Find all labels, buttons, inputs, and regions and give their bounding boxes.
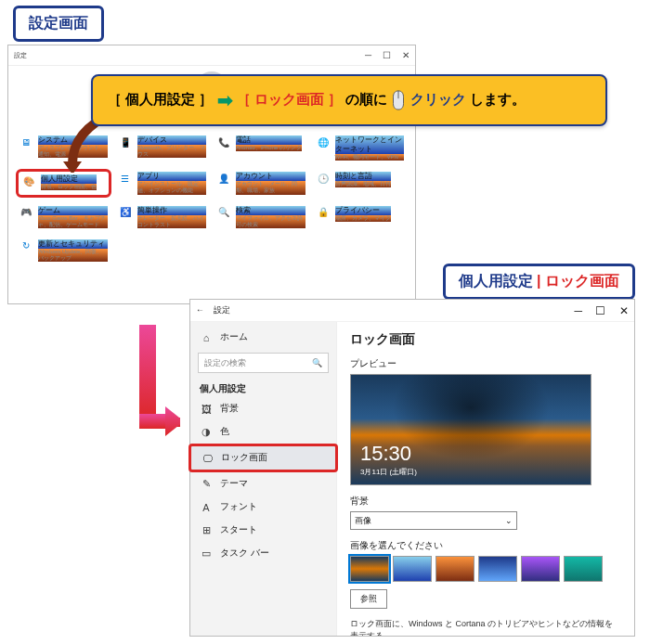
sidebar: ⌂ホーム 設定の検索🔍 個人用設定 🖼背景 ◑色 🖵ロック画面 ✎テーマ Aフォ… <box>190 322 337 636</box>
category-accounts[interactable]: 👤アカウントアカウント、メール、同期、職場、家族 <box>214 169 309 197</box>
category-title: ゲーム <box>38 206 108 215</box>
lock-icon: 🔒 <box>317 206 330 219</box>
titlebar: 設定 ─ ☐ ✕ <box>8 45 415 66</box>
instruction-callout: ［ 個人用設定 ］ ➡ ［ ロック画面 ］ の順に クリック します。 <box>91 74 607 126</box>
search-icon: 🔍 <box>312 358 322 367</box>
callout-fragment: します。 <box>470 91 526 107</box>
maximize-icon[interactable]: ☐ <box>595 304 605 317</box>
category-personalization[interactable]: 🎨個人用設定背景、ロック画面、色 <box>16 169 111 197</box>
font-icon: A <box>200 502 213 513</box>
accessibility-icon: ♿ <box>119 206 132 219</box>
paint-icon: 🎨 <box>22 174 35 187</box>
svg-rect-3 <box>139 325 156 421</box>
category-devices[interactable]: 📱デバイスBluetooth、プリンター、マウス <box>115 133 211 163</box>
callout-fragment: ［ 個人用設定 ］ <box>108 91 213 107</box>
down-arrow-icon <box>139 325 180 436</box>
sidebar-label: 色 <box>220 426 229 438</box>
category-sub: 場所、カメラ、マイク <box>335 215 391 222</box>
category-title: アプリ <box>137 172 207 181</box>
category-sub: Xbox Game Bar、キャプチャ、配信、ゲームモード <box>38 215 108 228</box>
category-update[interactable]: ↻更新とセキュリティWindows Update、回復、バックアップ <box>16 237 111 264</box>
window-title: 設定 <box>14 51 27 60</box>
mouse-icon <box>391 90 406 110</box>
callout-fragment: ［ ロック画面 ］ <box>237 91 342 107</box>
svg-rect-4 <box>139 414 167 429</box>
background-label: 背景 <box>350 495 621 508</box>
category-sub: 背景、ロック画面、色 <box>41 184 97 190</box>
sidebar-item-home[interactable]: ⌂ホーム <box>190 326 336 349</box>
category-apps[interactable]: ☰アプリアンインストール、既定値、オプションの機能 <box>115 169 211 197</box>
arrow-right-icon: ➡ <box>217 90 233 110</box>
sidebar-label: ホーム <box>220 331 248 343</box>
personalization-window: ← 設定 ─ ☐ ✕ ⌂ホーム 設定の検索🔍 個人用設定 🖼背景 ◑色 🖵ロック… <box>189 299 635 637</box>
select-value: 画像 <box>355 515 371 527</box>
sidebar-section-head: 個人用設定 <box>190 377 336 397</box>
search-input[interactable]: 設定の検索🔍 <box>198 353 329 373</box>
image-icon: 🖼 <box>200 404 213 415</box>
sidebar-item-background[interactable]: 🖼背景 <box>190 397 336 420</box>
color-icon: ◑ <box>200 426 213 438</box>
window-controls: ─ ☐ ✕ <box>356 50 410 60</box>
update-icon: ↻ <box>20 239 32 252</box>
thumbnail[interactable] <box>350 556 389 582</box>
page-heading: ロック画面 <box>350 331 621 348</box>
category-privacy[interactable]: 🔒プライバシー場所、カメラ、マイク <box>313 203 409 231</box>
preview-date: 3月11日 (土曜日) <box>360 467 417 477</box>
thumbnail[interactable] <box>521 556 560 582</box>
category-network[interactable]: 🌐ネットワークとインターネットWi-Fi、機内モード、VPN <box>313 133 409 163</box>
phone-icon: 📞 <box>217 135 230 148</box>
svg-marker-5 <box>165 406 180 436</box>
taskbar-icon: ▭ <box>200 547 213 560</box>
category-title: デバイス <box>137 135 207 145</box>
maximize-icon[interactable]: ☐ <box>383 50 391 60</box>
category-title: プライバシー <box>335 206 391 215</box>
tag-part: ロック画面 <box>545 273 619 289</box>
category-title: ネットワークとインターネット <box>335 135 405 154</box>
category-search[interactable]: 🔍検索マイファイル、アクセス許可の検索 <box>214 203 309 231</box>
search-icon: 🔍 <box>217 206 230 219</box>
window-title: 設定 <box>214 305 230 315</box>
callout-fragment: クリック <box>410 91 466 107</box>
lockscreen-preview: 15:30 3月11日 (土曜日) <box>350 374 592 485</box>
sidebar-item-start[interactable]: ⊞スタート <box>190 519 336 542</box>
category-ease[interactable]: ♿簡単操作ナレーター、拡大鏡、ハイコントラスト <box>115 203 211 231</box>
sidebar-item-fonts[interactable]: Aフォント <box>190 496 336 519</box>
thumbnail[interactable] <box>564 556 603 582</box>
sidebar-item-lockscreen[interactable]: 🖵ロック画面 <box>188 444 338 472</box>
category-title: 更新とセキュリティ <box>38 239 108 249</box>
choose-image-label: 画像を選んでください <box>350 539 621 552</box>
category-gaming[interactable]: 🎮ゲームXbox Game Bar、キャプチャ、配信、ゲームモード <box>16 203 111 231</box>
category-title: 時刻と言語 <box>335 172 391 181</box>
sidebar-label: フォント <box>220 501 257 513</box>
preview-label: プレビュー <box>350 357 621 370</box>
sidebar-item-colors[interactable]: ◑色 <box>190 420 336 444</box>
close-icon[interactable]: ✕ <box>619 304 629 317</box>
category-title: 電話 <box>236 135 302 145</box>
category-sub: Wi-Fi、機内モード、VPN <box>335 154 405 161</box>
thumbnail[interactable] <box>393 556 432 582</box>
trivia-label: ロック画面に、Windows と Cortana のトリビアやヒントなどの情報を… <box>350 618 621 636</box>
thumbnail[interactable] <box>478 556 517 582</box>
back-button[interactable]: ← <box>196 305 204 315</box>
home-icon: ⌂ <box>200 332 213 343</box>
category-phone[interactable]: 📞電話Android、iPhone のリンク <box>214 133 309 163</box>
chevron-down-icon: ⌄ <box>505 516 513 525</box>
background-select[interactable]: 画像⌄ <box>350 511 517 530</box>
person-icon: 👤 <box>217 172 230 185</box>
browse-button[interactable]: 参照 <box>350 589 387 609</box>
section-tag-personalization: 個人用設定 | ロック画面 <box>443 264 635 300</box>
svg-marker-1 <box>63 161 82 173</box>
minimize-icon[interactable]: ─ <box>574 304 582 317</box>
globe-icon: 🌐 <box>317 135 330 148</box>
minimize-icon[interactable]: ─ <box>365 50 371 60</box>
category-title: 簡単操作 <box>137 206 207 215</box>
thumbnail[interactable] <box>436 556 474 582</box>
sidebar-item-themes[interactable]: ✎テーマ <box>190 472 336 496</box>
game-icon: 🎮 <box>20 206 32 219</box>
category-sub: Android、iPhone のリンク <box>236 145 302 151</box>
close-icon[interactable]: ✕ <box>402 50 410 60</box>
sidebar-item-taskbar[interactable]: ▭タスク バー <box>190 542 336 565</box>
category-time[interactable]: 🕒時刻と言語音声認識、地域、日付 <box>313 169 409 197</box>
sidebar-label: テーマ <box>220 478 248 490</box>
category-title: 個人用設定 <box>41 174 97 184</box>
